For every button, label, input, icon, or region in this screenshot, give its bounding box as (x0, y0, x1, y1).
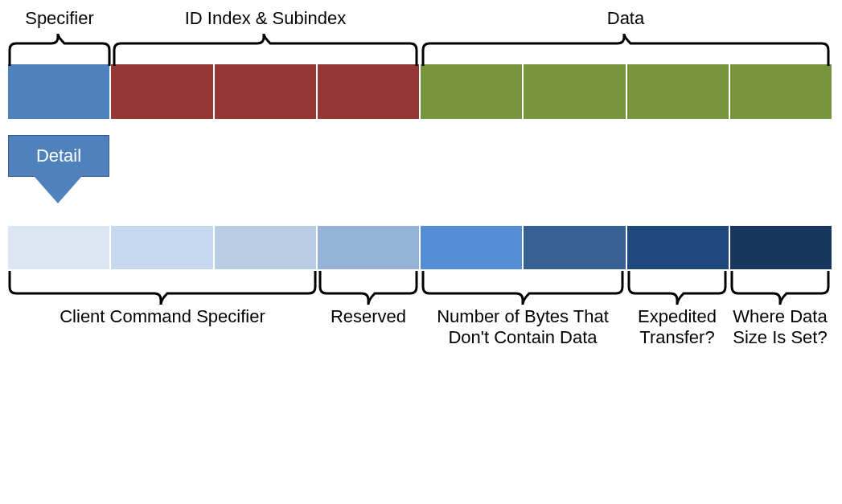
byte-specifier (8, 64, 111, 119)
byte-data-0 (421, 64, 524, 119)
byte-index-hi (111, 64, 214, 119)
byte-data-1 (524, 64, 626, 119)
label-nbytes: Number of Bytes That Don't Contain Data (420, 306, 626, 349)
bit-1 (627, 226, 730, 269)
label-specifier: Specifier (8, 8, 111, 29)
label-ccs: Client Command Specifier (8, 306, 317, 349)
byte-subindex (318, 64, 421, 119)
byte-index-lo (215, 64, 318, 119)
label-reserved: Reserved (317, 306, 420, 349)
top-labels-row: Specifier ID Index & Subindex Data (8, 8, 834, 29)
top-braces (8, 32, 834, 64)
bit-4 (318, 226, 421, 269)
bit-3 (421, 226, 524, 269)
byte-data-3 (730, 64, 832, 119)
bit-6 (111, 226, 214, 269)
bit-row (8, 226, 832, 269)
bottom-braces (8, 269, 834, 301)
label-expedited: Expedited Transfer? (626, 306, 729, 349)
bit-5 (215, 226, 318, 269)
bit-0 (730, 226, 832, 269)
detail-callout: Detail (8, 135, 109, 177)
label-id-index: ID Index & Subindex (111, 8, 420, 29)
byte-row (8, 64, 832, 119)
bit-2 (524, 226, 626, 269)
detail-label: Detail (36, 145, 81, 166)
detail-arrow-icon (34, 176, 82, 203)
bit-7 (8, 226, 111, 269)
bottom-labels-row: Client Command Specifier Reserved Number… (8, 306, 834, 349)
label-data: Data (420, 8, 832, 29)
byte-data-2 (627, 64, 730, 119)
label-datasize: Where Data Size Is Set? (729, 306, 832, 349)
